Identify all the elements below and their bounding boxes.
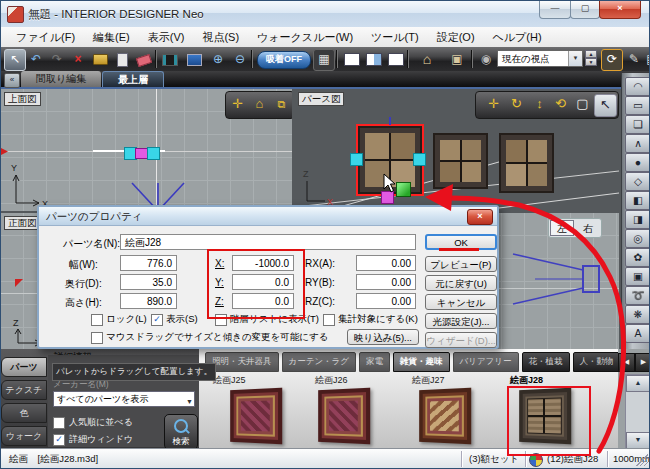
category-people-animals[interactable]: 人・動物 xyxy=(573,352,619,372)
tool-sphere-icon[interactable]: ● xyxy=(625,153,650,172)
scroll-up-icon[interactable]: ▲ xyxy=(626,375,650,392)
zoom-in-icon[interactable]: ⊕ xyxy=(207,49,229,71)
tool-curve-icon[interactable]: ➰ xyxy=(625,286,650,305)
menu-tools[interactable]: ツール(T) xyxy=(362,28,428,47)
viewport-perspective[interactable]: パース図 xyxy=(295,89,619,211)
height-field[interactable]: 890.0 xyxy=(120,293,177,309)
picture-frame-2[interactable] xyxy=(433,133,488,189)
tool-target-icon[interactable]: ◎ xyxy=(625,229,650,248)
tool-plant-icon[interactable]: ✿ xyxy=(625,248,650,267)
checkbox-unchecked[interactable]: ✓ xyxy=(91,314,103,326)
zoom-out-icon[interactable]: ⊖ xyxy=(229,49,251,71)
stepper-up-icon[interactable]: ▲ xyxy=(585,50,597,58)
layout-single-icon[interactable] xyxy=(341,49,363,71)
checkbox-unchecked[interactable]: ✓ xyxy=(91,332,103,344)
part-name-field[interactable]: 絵画J28 xyxy=(120,234,416,250)
side-left-button[interactable]: 左 xyxy=(550,220,574,236)
preview-button[interactable]: プレビュー(P) xyxy=(425,256,497,272)
tool-cube-icon[interactable]: ◇ xyxy=(625,172,650,191)
delete-icon[interactable]: × xyxy=(67,49,89,71)
category-lighting[interactable]: 照明・天井器具 xyxy=(205,352,279,372)
scale-handle-right[interactable] xyxy=(413,153,426,166)
dialog-close-icon[interactable]: × xyxy=(467,209,493,225)
menu-help[interactable]: ヘルプ(H) xyxy=(484,28,551,47)
category-appliances[interactable]: 家電 xyxy=(359,352,390,372)
viewpoint-stepper[interactable]: ▲ ▼ xyxy=(585,50,597,67)
clipboard-icon[interactable] xyxy=(111,49,133,71)
elevate-view-icon[interactable]: ↕ xyxy=(529,94,550,115)
category-curtain-rug[interactable]: カーテン・ラグ xyxy=(282,352,357,372)
checkbox-checked[interactable]: ✓ xyxy=(53,434,65,446)
close-button[interactable]: × xyxy=(599,1,641,19)
revert-button[interactable]: 元に戻す(U) xyxy=(425,275,497,291)
part-thumbnail-j27[interactable] xyxy=(419,388,471,445)
orbit-home-icon[interactable]: ⌂ xyxy=(249,94,270,115)
category-scroll-left-icon[interactable]: ◀ xyxy=(618,353,635,372)
rx-field[interactable]: 0.00 xyxy=(356,255,416,271)
collapse-panel-button[interactable]: « xyxy=(4,73,20,88)
viewpoint-select[interactable]: 現在の視点 ▼ xyxy=(497,50,583,67)
checkbox-checked[interactable]: ✓ xyxy=(151,314,163,326)
eraser-icon[interactable] xyxy=(133,49,155,71)
show-checkbox[interactable]: ✓ 表示(S) xyxy=(151,313,198,326)
select-cursor-icon[interactable]: ↖ xyxy=(4,49,26,71)
aggregate-checkbox[interactable]: ✓ 集計対象にする(K) xyxy=(323,313,418,326)
viewport-top-view[interactable]: 上面図 ✛ ⌂ ⧉ Y xyxy=(1,89,292,211)
category-scroll-right-icon[interactable]: ▶ xyxy=(635,353,650,372)
popular-sort-checkbox[interactable]: ✓ 人気順に並べる xyxy=(53,416,133,429)
layout-four-pane-icon[interactable] xyxy=(385,49,407,71)
walk-view-icon[interactable]: ⟲ xyxy=(550,94,571,115)
palette-tab-parts[interactable]: パーツ xyxy=(1,357,47,377)
blinds-icon[interactable]: ▤ xyxy=(642,49,650,71)
home-view-icon[interactable]: ⌂ xyxy=(413,49,441,71)
cancel-button[interactable]: キャンセル xyxy=(425,294,497,310)
restore-button[interactable]: ▢ xyxy=(570,1,600,19)
tool-text-icon[interactable]: A xyxy=(625,324,650,343)
category-flowers[interactable]: 花・植栽 xyxy=(522,352,570,372)
monitor-icon[interactable] xyxy=(183,49,205,71)
wizard-button[interactable]: ウィザード(D)... xyxy=(425,332,497,348)
menu-viewpoint[interactable]: 視点(S) xyxy=(193,28,248,47)
select-cursor-icon[interactable]: ↖ xyxy=(594,94,617,117)
menu-edit[interactable]: 編集(E) xyxy=(84,28,139,47)
chevron-down-icon[interactable]: ▼ xyxy=(568,51,582,66)
undo-icon[interactable]: ↶ xyxy=(25,49,47,71)
scroll-down-icon[interactable]: ▼ xyxy=(626,432,650,449)
checkbox-unchecked[interactable]: ✓ xyxy=(323,314,335,326)
redo-icon[interactable]: ↷ xyxy=(46,49,68,71)
fit-view-icon[interactable]: ▢ xyxy=(572,94,593,115)
palette-tab-color[interactable]: 色 xyxy=(1,403,47,423)
grid-toggle-icon[interactable]: ▦ xyxy=(313,49,335,71)
floor-compare-icon[interactable]: ⧉ xyxy=(271,94,292,115)
menu-walkthrough[interactable]: ウォークスルー(W) xyxy=(248,28,362,47)
rotate-view-icon[interactable]: ↻ xyxy=(506,94,527,115)
search-button[interactable]: 検索 xyxy=(164,414,198,450)
parts-filter-select[interactable]: すべてのパーツを表示 ▼ xyxy=(53,391,195,407)
rz-field[interactable]: 0.00 xyxy=(356,293,416,309)
mousedrag-checkbox[interactable]: ✓ マウスドラッグでサイズと傾きの変更を可能にする xyxy=(91,331,329,344)
tool-arc-icon[interactable]: ◠ xyxy=(625,77,650,96)
orbit-view-icon[interactable]: ⟳ xyxy=(601,49,623,71)
category-barrier-free[interactable]: バリアフリー xyxy=(453,352,519,372)
part-label-j27[interactable]: 絵画J27 xyxy=(412,374,445,387)
width-field[interactable]: 776.0 xyxy=(120,255,177,271)
lock-checkbox[interactable]: ✓ ロック(L) xyxy=(91,313,147,326)
stepper-down-icon[interactable]: ▼ xyxy=(585,58,597,66)
part-thumbnail-j25[interactable] xyxy=(230,388,282,445)
pan-view-icon[interactable]: ✛ xyxy=(483,94,504,115)
palette-tab-texture[interactable]: テクスチャ xyxy=(1,380,47,400)
scale-handle-left[interactable] xyxy=(350,153,363,166)
furniture-box-icon[interactable]: ▣ xyxy=(443,49,471,71)
detail-window-checkbox[interactable]: ✓ 詳細ウィンドウ xyxy=(53,433,133,446)
tab-floorplan-edit[interactable]: 間取り編集 xyxy=(21,71,101,87)
move-cube-handle[interactable] xyxy=(396,182,411,197)
palette-tab-walk[interactable]: ウォーク xyxy=(1,426,47,446)
part-thumbnail-j26[interactable] xyxy=(318,388,370,445)
tool-polyline-icon[interactable]: ∧ xyxy=(625,134,650,153)
depth-field[interactable]: 35.0 xyxy=(120,274,177,290)
open-folder-icon[interactable] xyxy=(89,49,111,71)
checkbox-unchecked[interactable]: ✓ xyxy=(53,417,65,429)
minimize-button[interactable]: — xyxy=(539,1,571,19)
tool-copy-icon[interactable]: ❏ xyxy=(625,115,650,134)
light-settings-button[interactable]: 光源設定(J)... xyxy=(425,313,497,329)
